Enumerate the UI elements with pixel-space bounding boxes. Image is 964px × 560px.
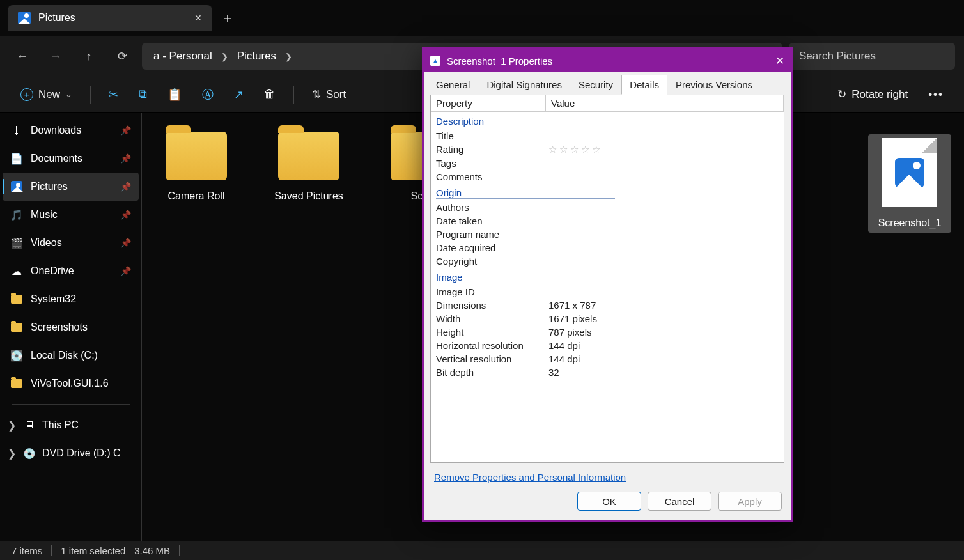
- group-image: Image: [431, 269, 784, 285]
- dialog-titlebar[interactable]: ▲ Screenshot_1 Properties ✕: [424, 49, 791, 72]
- cut-button[interactable]: ✂: [101, 82, 126, 107]
- cancel-button[interactable]: Cancel: [648, 492, 711, 511]
- sidebar-item-local-disk-c-[interactable]: 💽Local Disk (C:): [3, 341, 139, 369]
- cloud-icon: ☁: [10, 265, 23, 277]
- property-key: Authors: [436, 202, 548, 213]
- property-row[interactable]: Image ID: [431, 285, 784, 299]
- tree-item-this-pc[interactable]: ❯🖥This PC: [3, 411, 139, 439]
- property-row[interactable]: Width1671 pixels: [431, 312, 784, 325]
- file-item[interactable]: Screenshot_1: [868, 134, 951, 233]
- breadcrumb-seg[interactable]: Pictures: [237, 50, 276, 63]
- property-key: Dimensions: [436, 300, 548, 311]
- properties-dialog: ▲ Screenshot_1 Properties ✕ GeneralDigit…: [422, 47, 793, 522]
- tab-security[interactable]: Security: [570, 75, 621, 95]
- chevron-right-icon[interactable]: ❯: [8, 419, 17, 432]
- search-input[interactable]: Search Pictures: [789, 43, 955, 70]
- folder-label: Saved Pictures: [274, 191, 343, 202]
- sidebar-item-music[interactable]: 🎵Music📌: [3, 201, 139, 229]
- property-row[interactable]: Date taken: [431, 214, 784, 228]
- folder-item[interactable]: Saved Pictures: [267, 128, 350, 206]
- window-tab[interactable]: Pictures ✕: [8, 5, 212, 31]
- property-row[interactable]: Title: [431, 129, 784, 143]
- pictures-icon: [18, 12, 31, 24]
- folder-icon: [166, 132, 227, 180]
- property-key: Date acquired: [436, 242, 548, 253]
- sidebar-item-label: OneDrive: [31, 265, 74, 277]
- pin-icon[interactable]: 📌: [120, 182, 131, 192]
- folder-item[interactable]: Camera Roll: [155, 128, 238, 206]
- property-value: 32: [548, 367, 779, 378]
- new-button[interactable]: +New⌄: [13, 83, 80, 106]
- property-key: Tags: [436, 158, 548, 169]
- tree-item-dvd-drive-d-c[interactable]: ❯💿DVD Drive (D:) C: [3, 439, 139, 467]
- copy-button[interactable]: ⧉: [131, 82, 155, 106]
- property-value: [548, 158, 779, 169]
- pc-icon: 🖥: [23, 419, 36, 432]
- sidebar-item-label: Downloads: [31, 125, 81, 136]
- rename-button[interactable]: Ⓐ: [194, 82, 221, 107]
- apply-button[interactable]: Apply: [718, 492, 782, 511]
- property-row[interactable]: Tags: [431, 157, 784, 170]
- property-value: [548, 202, 779, 213]
- back-button[interactable]: ←: [9, 43, 36, 70]
- delete-button[interactable]: 🗑: [256, 82, 283, 106]
- property-row[interactable]: Program name: [431, 228, 784, 241]
- property-value: [548, 242, 779, 253]
- folder-label: Camera Roll: [168, 191, 225, 202]
- property-value: [548, 215, 779, 226]
- property-row[interactable]: Copyright: [431, 254, 784, 268]
- property-row[interactable]: Comments: [431, 170, 784, 183]
- sidebar-item-onedrive[interactable]: ☁OneDrive📌: [3, 257, 139, 285]
- rotate-right-button[interactable]: ↻ Rotate right: [830, 82, 915, 106]
- remove-properties-link[interactable]: Remove Properties and Personal Informati…: [424, 468, 791, 486]
- property-row[interactable]: Bit depth32: [431, 366, 784, 379]
- ok-button[interactable]: OK: [577, 492, 641, 511]
- property-row[interactable]: Vertical resolution144 dpi: [431, 352, 784, 366]
- sidebar-item-vivetool-gui-1-6[interactable]: ViVeTool.GUI.1.6: [3, 369, 139, 398]
- refresh-button[interactable]: ⟳: [109, 43, 136, 70]
- status-size: 3.46 MB: [134, 545, 170, 556]
- folder-icon: [10, 377, 23, 390]
- sidebar-item-pictures[interactable]: Pictures📌: [3, 173, 139, 201]
- tab-digital-signatures[interactable]: Digital Signatures: [478, 75, 570, 95]
- property-key: Width: [436, 313, 548, 324]
- property-row[interactable]: Authors: [431, 201, 784, 214]
- up-button[interactable]: ↑: [75, 43, 102, 70]
- pin-icon[interactable]: 📌: [120, 266, 131, 276]
- close-icon[interactable]: ✕: [775, 54, 784, 68]
- property-row[interactable]: Horizontal resolution144 dpi: [431, 339, 784, 352]
- share-button[interactable]: ↗: [226, 82, 251, 107]
- tab-previous-versions[interactable]: Previous Versions: [667, 75, 761, 95]
- sidebar: ⭣Downloads📌📄Documents📌Pictures📌🎵Music📌🎬V…: [0, 113, 142, 541]
- property-row[interactable]: Dimensions1671 x 787: [431, 299, 784, 312]
- sidebar-item-label: System32: [31, 293, 76, 305]
- property-row[interactable]: Rating☆☆☆☆☆: [431, 143, 784, 157]
- chevron-right-icon[interactable]: ❯: [8, 447, 17, 460]
- pin-icon[interactable]: 📌: [120, 238, 131, 248]
- sidebar-item-documents[interactable]: 📄Documents📌: [3, 144, 139, 173]
- sidebar-item-videos[interactable]: 🎬Videos📌: [3, 229, 139, 257]
- property-value: [548, 130, 779, 141]
- paste-button[interactable]: 📋: [160, 82, 189, 107]
- sidebar-item-screenshots[interactable]: Screenshots: [3, 313, 139, 341]
- pin-icon[interactable]: 📌: [120, 125, 131, 136]
- more-button[interactable]: •••: [921, 83, 951, 106]
- property-value: 144 dpi: [548, 354, 779, 364]
- pin-icon[interactable]: 📌: [120, 153, 131, 164]
- details-content[interactable]: DescriptionTitleRating☆☆☆☆☆TagsCommentsO…: [431, 112, 784, 462]
- sidebar-item-label: Pictures: [31, 181, 68, 192]
- tab-general[interactable]: General: [428, 75, 478, 95]
- sort-button[interactable]: ⇅ Sort: [304, 82, 354, 106]
- tab-title: Pictures: [38, 12, 75, 24]
- property-row[interactable]: Date acquired: [431, 241, 784, 254]
- close-tab-icon[interactable]: ✕: [194, 13, 202, 23]
- tab-details[interactable]: Details: [621, 75, 667, 95]
- breadcrumb-seg[interactable]: a - Personal: [153, 50, 212, 63]
- pin-icon[interactable]: 📌: [120, 210, 131, 220]
- sidebar-item-system32[interactable]: System32: [3, 285, 139, 313]
- new-tab-button[interactable]: ＋: [215, 5, 240, 31]
- sidebar-item-downloads[interactable]: ⭣Downloads📌: [3, 116, 139, 144]
- property-row[interactable]: Height787 pixels: [431, 325, 784, 339]
- property-key: Horizontal resolution: [436, 340, 548, 351]
- forward-button[interactable]: →: [42, 43, 69, 70]
